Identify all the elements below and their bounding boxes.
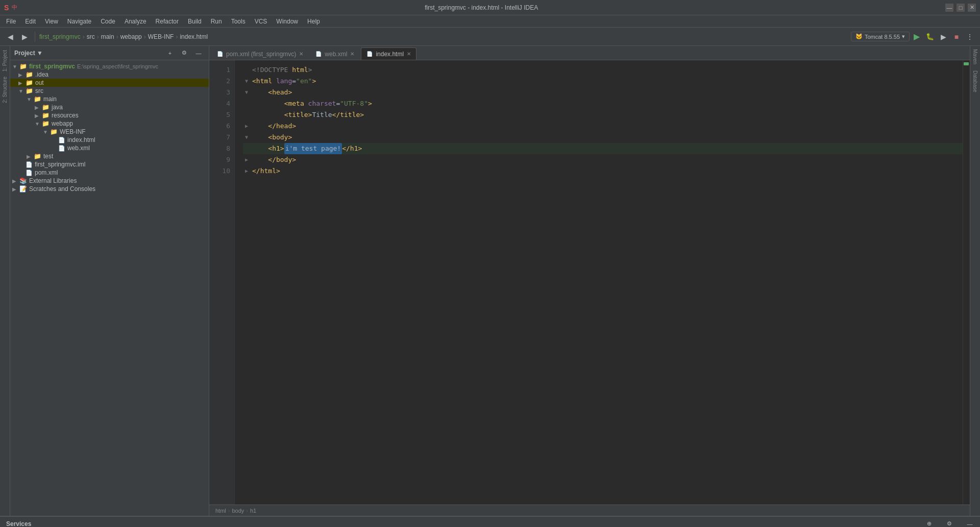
fold-2[interactable]: ▼	[243, 78, 250, 85]
tree-item-scratches[interactable]: ▶ 📝 Scratches and Consoles	[10, 185, 209, 193]
settings-button[interactable]: ⚙	[178, 47, 190, 59]
breadcrumb-project[interactable]: first_springmvc	[39, 33, 81, 40]
menu-view[interactable]: View	[41, 17, 62, 26]
app-icon: S	[4, 4, 9, 12]
left-tab-structure[interactable]: 2: Structure	[1, 75, 9, 105]
back-button[interactable]: ◀	[4, 31, 16, 43]
menu-bar: File Edit View Navigate Code Analyze Ref…	[0, 15, 980, 28]
tomcat-selector[interactable]: 🐱 Tomcat 8.5.55 ▾	[851, 32, 910, 41]
menu-build[interactable]: Build	[184, 17, 206, 26]
tree-item-test[interactable]: ▶ 📁 test	[10, 152, 209, 160]
project-panel: Project ▼ + ⚙ — ▼ 📁 first_springmvc E:\s…	[10, 46, 209, 516]
stop-button[interactable]: ■	[950, 31, 963, 43]
left-tab-project[interactable]: 1: Project	[1, 48, 9, 74]
indexhtml-label: index.html	[67, 136, 95, 143]
services-settings-button[interactable]: ⚙	[943, 518, 955, 528]
tab-indexhtml[interactable]: 📄 index.html ✕	[361, 47, 416, 60]
breadcrumb-src[interactable]: src	[87, 33, 95, 40]
external-label: External Libraries	[29, 177, 77, 184]
arrow-scratches: ▶	[12, 186, 17, 192]
fold-1[interactable]	[243, 66, 250, 74]
window-controls[interactable]: — □ ✕	[945, 4, 976, 12]
fold-7[interactable]: ▼	[243, 134, 250, 141]
more-run-button[interactable]: ⋮	[964, 31, 976, 43]
fold-9[interactable]: ▶	[243, 156, 250, 163]
breadcrumb-html[interactable]: html	[215, 508, 226, 514]
maximize-button[interactable]: □	[957, 4, 965, 12]
code-line-8[interactable]: <h1> i'm test page! </h1>	[243, 143, 963, 154]
menu-analyze[interactable]: Analyze	[120, 17, 151, 26]
webinf-label: WEB-INF	[60, 128, 86, 135]
tomcat-icon: 🐱	[855, 33, 863, 40]
tree-item-java[interactable]: ▶ 📁 java	[10, 103, 209, 111]
breadcrumb-main[interactable]: main	[101, 33, 114, 40]
sep4: ›	[144, 33, 146, 40]
database-tab[interactable]: Database	[971, 67, 979, 95]
code-editor[interactable]: <!DOCTYPE html> ▼ <html lang="en" > ▼ <h…	[235, 60, 963, 505]
tree-item-external[interactable]: ▶ 📚 External Libraries	[10, 177, 209, 185]
add-button[interactable]: +	[164, 47, 176, 59]
tree-item-resources[interactable]: ▶ 📁 resources	[10, 111, 209, 119]
maven-tab[interactable]: Maven	[971, 46, 979, 67]
tab-pomxml[interactable]: 📄 pom.xml (first_springmvc) ✕	[211, 47, 309, 60]
fold-10[interactable]: ▶	[243, 167, 250, 175]
menu-file[interactable]: File	[2, 17, 20, 26]
minimize-button[interactable]: —	[945, 4, 953, 12]
tree-item-webinf[interactable]: ▼ 📁 WEB-INF	[10, 128, 209, 136]
arrow-main: ▼	[27, 97, 32, 102]
fold-3[interactable]: ▼	[243, 89, 250, 96]
tab-webxml-close[interactable]: ✕	[350, 51, 354, 57]
services-expand-button[interactable]: ⊕	[923, 518, 935, 528]
bottom-tabs-bar: Services ⊕ ⚙ —	[0, 517, 980, 527]
webxml-label: web.xml	[67, 145, 90, 152]
tree-item-main[interactable]: ▼ 📁 main	[10, 95, 209, 103]
tab-indexhtml-close[interactable]: ✕	[407, 51, 411, 57]
menu-code[interactable]: Code	[96, 17, 119, 26]
webapp-icon: 📁	[42, 120, 50, 127]
tab-webxml[interactable]: 📄 web.xml ✕	[310, 47, 360, 60]
tab-pomxml-close[interactable]: ✕	[299, 51, 303, 57]
arrow-test: ▶	[27, 154, 32, 159]
tab-indexhtml-icon: 📄	[366, 51, 373, 57]
run-with-coverage-button[interactable]: ▶	[937, 31, 949, 43]
collapse-button[interactable]: —	[192, 47, 205, 59]
arrow-external: ▶	[12, 178, 17, 184]
fold-4[interactable]	[243, 100, 250, 107]
menu-vcs[interactable]: VCS	[251, 17, 272, 26]
run-button[interactable]: ▶	[911, 31, 923, 43]
project-actions: + ⚙ —	[164, 47, 205, 59]
breadcrumb-file[interactable]: index.html	[180, 33, 208, 40]
tree-item-webapp[interactable]: ▼ 📁 webapp	[10, 119, 209, 128]
editor-area: 📄 pom.xml (first_springmvc) ✕ 📄 web.xml …	[209, 46, 970, 516]
close-button[interactable]: ✕	[968, 4, 976, 12]
tree-item-indexhtml[interactable]: 📄 index.html	[10, 136, 209, 144]
menu-help[interactable]: Help	[303, 17, 324, 26]
main-icon: 📁	[34, 95, 41, 103]
iml-label: first_springmvc.iml	[35, 161, 85, 168]
tree-item-pomxml[interactable]: 📄 pom.xml	[10, 169, 209, 177]
menu-refactor[interactable]: Refactor	[152, 17, 183, 26]
debug-button[interactable]: 🐛	[924, 31, 936, 43]
services-minimize-button[interactable]: —	[964, 518, 976, 528]
tree-item-iml[interactable]: 📄 first_springmvc.iml	[10, 160, 209, 169]
menu-navigate[interactable]: Navigate	[63, 17, 95, 26]
tree-item-webxml[interactable]: 📄 web.xml	[10, 144, 209, 152]
breadcrumb-body[interactable]: body	[232, 508, 244, 514]
breadcrumb-h1[interactable]: h1	[250, 508, 256, 514]
menu-run[interactable]: Run	[207, 17, 226, 26]
tree-item-idea[interactable]: ▶ 📁 .idea	[10, 70, 209, 79]
breadcrumb-sep-bc2: ›	[246, 508, 248, 514]
menu-tools[interactable]: Tools	[227, 17, 250, 26]
menu-edit[interactable]: Edit	[21, 17, 40, 26]
fold-6[interactable]: ▶	[243, 123, 250, 130]
breadcrumb-webapp[interactable]: webapp	[120, 33, 142, 40]
tree-item-root[interactable]: ▼ 📁 first_springmvc E:\spring_aspect\fir…	[10, 62, 209, 70]
tree-item-src[interactable]: ▼ 📁 src	[10, 87, 209, 95]
fold-8[interactable]	[243, 145, 250, 152]
breadcrumb-webinf[interactable]: WEB-INF	[148, 33, 174, 40]
tree-item-out[interactable]: ▶ 📁 out	[10, 79, 209, 87]
forward-button[interactable]: ▶	[18, 31, 31, 43]
menu-window[interactable]: Window	[272, 17, 302, 26]
webinf-icon: 📁	[50, 128, 58, 135]
fold-5[interactable]	[243, 111, 250, 118]
